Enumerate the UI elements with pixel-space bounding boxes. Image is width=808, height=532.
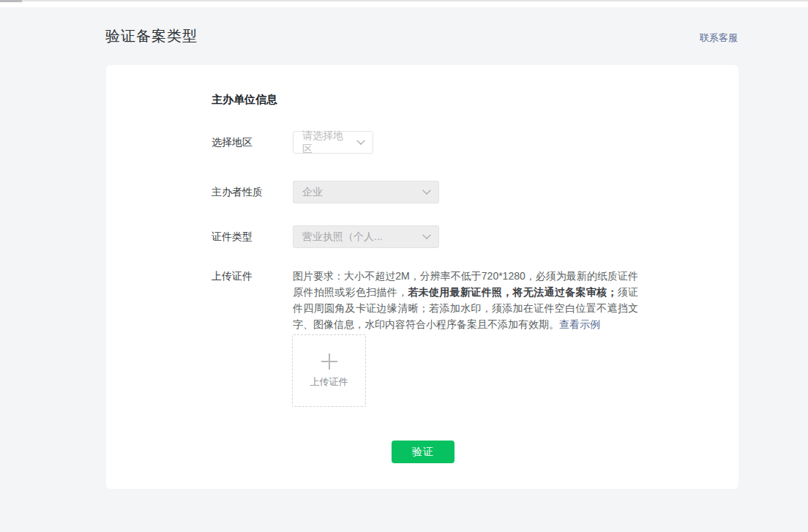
page-title: 验证备案类型 bbox=[105, 26, 198, 46]
filing-verification-page: 验证备案类型 联系客服 主办单位信息 选择地区 请选择地区 主办者性质 企业 证… bbox=[0, 0, 808, 532]
form-card: 主办单位信息 选择地区 请选择地区 主办者性质 企业 证件类型 营业执照（个人.… bbox=[106, 65, 738, 489]
chevron-down-icon bbox=[422, 231, 430, 239]
form-row-region: 选择地区 请选择地区 bbox=[212, 131, 373, 154]
organizer-nature-value: 企业 bbox=[302, 186, 323, 199]
certificate-type-value: 营业执照（个人... bbox=[302, 231, 383, 244]
requirements-bold: 若未使用最新证件照，将无法通过备案审核； bbox=[408, 286, 617, 298]
top-hairline bbox=[0, 0, 808, 1]
certificate-type-select: 营业执照（个人... bbox=[293, 225, 439, 248]
plus-icon bbox=[321, 353, 337, 370]
section-heading: 主办单位信息 bbox=[212, 93, 277, 107]
organizer-nature-label: 主办者性质 bbox=[212, 186, 293, 199]
form-row-certificate-type: 证件类型 营业执照（个人... bbox=[212, 225, 439, 248]
top-scroll-dash bbox=[0, 0, 22, 2]
region-label: 选择地区 bbox=[212, 136, 293, 149]
upload-requirements-text: 图片要求：大小不超过2M，分辨率不低于720*1280，必须为最新的纸质证件原件… bbox=[293, 268, 638, 332]
top-strip bbox=[0, 0, 808, 7]
view-example-link[interactable]: 查看示例 bbox=[559, 318, 600, 330]
certificate-type-label: 证件类型 bbox=[212, 231, 293, 244]
chevron-down-icon bbox=[422, 186, 430, 194]
region-select-value: 请选择地区 bbox=[302, 130, 352, 156]
region-select[interactable]: 请选择地区 bbox=[293, 131, 373, 154]
contact-support-link[interactable]: 联系客服 bbox=[700, 31, 738, 45]
verify-button[interactable]: 验证 bbox=[392, 441, 454, 463]
upload-certificate-dropzone[interactable]: 上传证件 bbox=[292, 334, 366, 407]
upload-label: 上传证件 bbox=[212, 270, 252, 283]
organizer-nature-select: 企业 bbox=[293, 181, 439, 203]
chevron-down-icon bbox=[356, 136, 364, 144]
form-row-organizer-nature: 主办者性质 企业 bbox=[212, 181, 439, 203]
upload-box-text: 上传证件 bbox=[310, 375, 348, 389]
